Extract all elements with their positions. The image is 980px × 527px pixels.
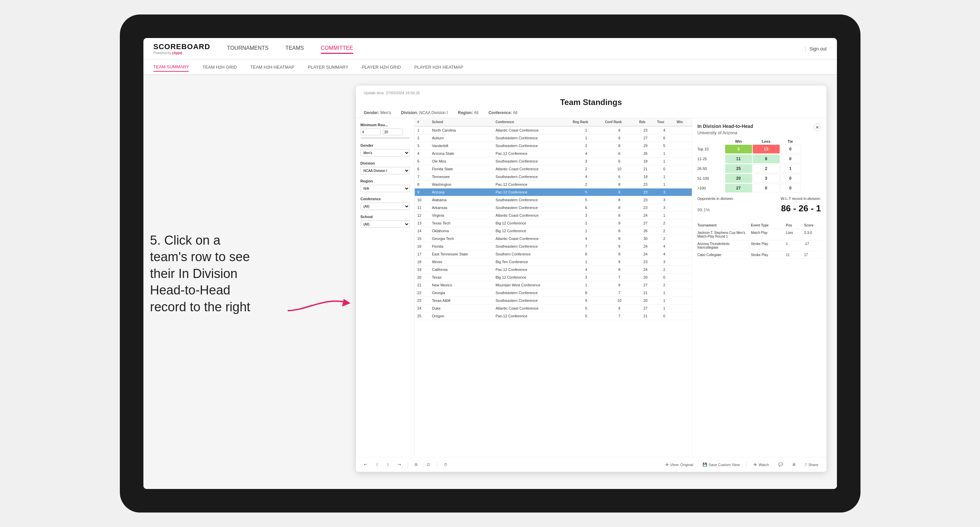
table-row[interactable]: 25 Oregon Pac-12 Conference 5 7 21 0 xyxy=(415,312,692,320)
col-conference: Conference xyxy=(493,118,570,126)
h2h-row-1125[interactable]: 11-25 11 8 0 xyxy=(698,154,821,163)
watch-button[interactable]: 👁 Watch xyxy=(751,461,772,468)
table-row[interactable]: 9 Arizona Pac-12 Conference 5 8 23 3 xyxy=(415,189,692,196)
sign-out-link[interactable]: Sign out xyxy=(809,46,826,51)
sub-nav-player-h2h-heatmap[interactable]: PLAYER H2H HEATMAP xyxy=(414,63,463,71)
h2h-col-tie: Tie xyxy=(780,139,800,143)
cell-win xyxy=(674,235,692,243)
h2h-loss-gt100: 0 xyxy=(753,184,780,192)
table-row[interactable]: 20 Texas Big 12 Conference 3 7 20 0 xyxy=(415,274,692,281)
cell-reg-rank: 3 xyxy=(570,157,602,165)
table-row[interactable]: 3 Vanderbilt Southeastern Conference 2 8… xyxy=(415,142,692,150)
table-row[interactable]: 22 Georgia Southeastern Conference 8 7 2… xyxy=(415,289,692,297)
cell-rank: 1 xyxy=(415,126,429,134)
table-row[interactable]: 10 Alabama Southeastern Conference 5 8 2… xyxy=(415,196,692,204)
table-row[interactable]: 21 New Mexico Mountain West Conference 1… xyxy=(415,281,692,289)
watch-icon: 👁 xyxy=(753,463,757,467)
cell-conf-rank: 7 xyxy=(602,312,636,320)
conference-select[interactable]: (All) xyxy=(361,203,410,210)
table-row[interactable]: 8 Washington Pac-12 Conference 2 8 23 1 xyxy=(415,181,692,189)
undo-button[interactable]: ↩ xyxy=(361,461,370,468)
clock-button[interactable]: ⏱ xyxy=(441,461,450,468)
cell-school: Alabama xyxy=(429,196,493,204)
cell-school: Tennessee xyxy=(429,173,493,181)
cell-win xyxy=(674,274,692,281)
table-row[interactable]: 12 Virginia Atlantic Coast Conference 3 … xyxy=(415,212,692,219)
filter-sidebar: Minimum Rou... Gender Men's Women' xyxy=(356,118,415,457)
h2h-row-top10[interactable]: Top 10 3 13 0 xyxy=(698,145,821,154)
step-forward-button[interactable]: ⟩ xyxy=(385,461,391,468)
h2h-win-gt100: 27 xyxy=(725,184,752,192)
table-row[interactable]: 16 Florida Southeastern Conference 7 9 2… xyxy=(415,243,692,250)
cell-win xyxy=(674,181,692,189)
copy-button[interactable]: ⧉ xyxy=(412,461,420,468)
redo-button[interactable]: ↪ xyxy=(395,461,404,468)
sub-nav-player-h2h-grid[interactable]: PLAYER H2H GRID xyxy=(362,63,401,71)
filter-conference-label: Conference xyxy=(361,197,410,201)
cell-conference: Southeastern Conference xyxy=(493,196,570,204)
tournament-score-1: 2-3-0 xyxy=(804,231,821,238)
cell-school: Illinois xyxy=(429,258,493,266)
table-row[interactable]: 6 Florida State Atlantic Coast Conferenc… xyxy=(415,165,692,173)
cell-tour: 1 xyxy=(654,173,674,181)
tournament-row-3[interactable]: Cabo Collegiate Stroke Play 11 17 xyxy=(698,251,821,259)
gender-select[interactable]: Men's Women's xyxy=(361,149,410,157)
division-select[interactable]: NCAA Division I NCAA Division II xyxy=(361,167,410,174)
table-row[interactable]: 14 Oklahoma Big 12 Conference 1 8 26 2 xyxy=(415,227,692,235)
sub-nav-team-h2h-grid[interactable]: TEAM H2H GRID xyxy=(202,63,237,71)
cell-rank: 22 xyxy=(415,289,429,297)
cell-school: Auburn xyxy=(429,134,493,142)
h2h-row-gt100[interactable]: >100 27 0 0 xyxy=(698,184,821,192)
table-row[interactable]: 5 Ole Miss Southeastern Conference 3 6 1… xyxy=(415,157,692,165)
cell-school: Arizona xyxy=(429,189,493,196)
min-rounds-input2[interactable] xyxy=(383,129,403,135)
table-row[interactable]: 7 Tennessee Southeastern Conference 4 6 … xyxy=(415,173,692,181)
cell-win xyxy=(674,297,692,305)
cell-rank: 18 xyxy=(415,258,429,266)
opponents-label: Opponents in division: xyxy=(698,197,734,200)
h2h-row-51100[interactable]: 51-100 20 3 0 xyxy=(698,174,821,183)
table-row[interactable]: 13 Texas Tech Big 12 Conference 1 9 27 2 xyxy=(415,219,692,227)
h2h-close-button[interactable]: ✕ xyxy=(814,124,821,131)
share-button[interactable]: ⤴ Share xyxy=(802,461,821,468)
tournament-row-2[interactable]: Arizona Thunderbirds Intercollegiate Str… xyxy=(698,240,821,251)
comment-button[interactable]: 💬 xyxy=(776,461,786,468)
table-row[interactable]: 1 North Carolina Atlantic Coast Conferen… xyxy=(415,126,692,134)
cell-win xyxy=(674,243,692,250)
tournament-name-3: Cabo Collegiate xyxy=(698,253,750,257)
table-row[interactable]: 11 Arkansas Southeastern Conference 6 8 … xyxy=(415,204,692,212)
sub-nav-team-h2h-heatmap[interactable]: TEAM H2H HEATMAP xyxy=(250,63,294,71)
sub-nav-team-summary[interactable]: TEAM SUMMARY xyxy=(154,63,189,72)
cell-rds: 21 xyxy=(636,165,654,173)
h2h-loss-51100: 3 xyxy=(753,174,780,183)
nav-link-teams[interactable]: TEAMS xyxy=(285,43,304,54)
table-row[interactable]: 15 Georgia Tech Atlantic Coast Conferenc… xyxy=(415,235,692,243)
min-rounds-input1[interactable] xyxy=(361,129,381,135)
cell-rds: 27 xyxy=(636,219,654,227)
table-row[interactable]: 17 East Tennessee State Southern Confere… xyxy=(415,250,692,258)
slider-track[interactable] xyxy=(361,137,410,139)
cell-conference: Southeastern Conference xyxy=(493,134,570,142)
table-row[interactable]: 23 Texas A&M Southeastern Conference 9 1… xyxy=(415,297,692,305)
nav-link-committee[interactable]: COMMITTEE xyxy=(321,43,353,54)
school-select[interactable]: (All) xyxy=(361,221,410,228)
table-row[interactable]: 18 Illinois Big Ten Conference 1 9 23 3 xyxy=(415,258,692,266)
cell-conf-rank: 8 xyxy=(602,250,636,258)
paste-button[interactable]: ⊡ xyxy=(424,461,433,468)
h2h-row-2650[interactable]: 26-50 25 2 1 xyxy=(698,164,821,173)
region-select[interactable]: N/A xyxy=(361,185,410,192)
grid-button[interactable]: ⊞ xyxy=(790,461,798,468)
table-row[interactable]: 2 Auburn Southeastern Conference 1 9 27 … xyxy=(415,134,692,142)
tournament-row-1[interactable]: Jackson T. Stephens Cup Men's Match-Play… xyxy=(698,229,821,240)
nav-link-tournaments[interactable]: TOURNAMENTS xyxy=(227,43,268,54)
h2h-panel: In Division Head-to-Head University of A… xyxy=(692,118,826,457)
step-back-button[interactable]: ⟨ xyxy=(374,461,380,468)
table-row[interactable]: 19 California Pac-12 Conference 4 8 24 2 xyxy=(415,266,692,274)
table-row[interactable]: 24 Duke Atlantic Coast Conference 5 9 27… xyxy=(415,305,692,312)
cell-conf-rank: 6 xyxy=(602,173,636,181)
col-school: School xyxy=(429,118,493,126)
view-original-button[interactable]: 👁 View: Original xyxy=(663,461,696,468)
sub-nav-player-summary[interactable]: PLAYER SUMMARY xyxy=(308,63,348,71)
table-row[interactable]: 4 Arizona State Pac-12 Conference 4 6 26… xyxy=(415,150,692,157)
save-custom-button[interactable]: 💾 Save Custom View xyxy=(700,461,743,468)
